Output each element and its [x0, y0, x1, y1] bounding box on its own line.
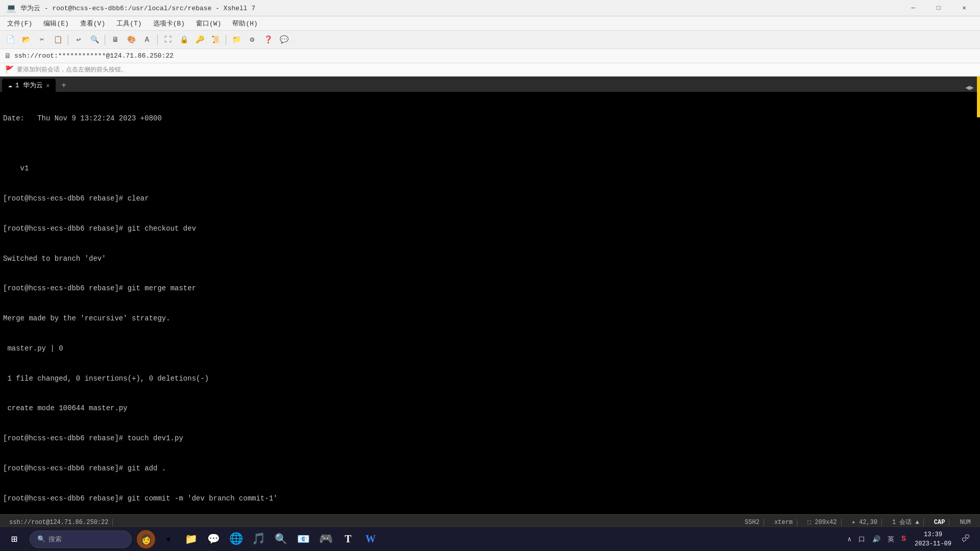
tray-volume[interactable]: 🔊: [870, 534, 883, 544]
tab-huawei[interactable]: ☁ 1 华为云 ✕: [2, 79, 56, 92]
color-button[interactable]: 🎨: [124, 33, 138, 46]
connect-button[interactable]: 🖥: [108, 33, 122, 46]
term-line-8: Merge made by the 'recursive' strategy.: [3, 314, 977, 324]
taskbar-wechat[interactable]: 💬: [202, 528, 225, 550]
search-button[interactable]: 🔍: [87, 33, 102, 46]
title-bar: 💻 华为云 - root@hcss-ecs-dbb6:/usr/local/sr…: [0, 0, 980, 16]
status-session: ssh://root@124.71.86.250:22: [5, 519, 113, 526]
menu-tools[interactable]: 工具(T): [111, 18, 146, 29]
status-cap: CAP: [930, 519, 950, 526]
system-clock[interactable]: 13:39 2023-11-09: [911, 530, 955, 548]
tab-bar: ☁ 1 华为云 ✕ + ◀ ▶: [0, 77, 980, 92]
terminal-output[interactable]: Date: Thu Nov 9 13:22:24 2023 +0800 v1 […: [0, 92, 980, 514]
taskbar-mail[interactable]: 📧: [292, 528, 314, 550]
menu-edit[interactable]: 编辑(E): [38, 18, 74, 29]
term-line-5: [root@hcss-ecs-dbb6 rebase]# git checkou…: [3, 224, 977, 234]
tray-desktop[interactable]: 口: [856, 534, 868, 545]
toolbar-btn3[interactable]: ✂: [35, 33, 49, 46]
search-label: 搜索: [48, 535, 62, 544]
taskbar-terminal[interactable]: T: [337, 528, 359, 550]
notification-button[interactable]: 🗪: [958, 528, 974, 550]
yellow-accent-strip: [977, 77, 980, 117]
tab-icon: ☁: [8, 81, 12, 89]
clock-date: 2023-11-09: [915, 539, 951, 548]
term-line-6: Switched to branch 'dev': [3, 254, 977, 264]
status-ssh: SSH2: [741, 519, 764, 526]
sep2: [105, 35, 105, 45]
taskbar-search-app[interactable]: 🔍: [270, 528, 292, 550]
term-line-12: [root@hcss-ecs-dbb6 rebase]# touch dev1.…: [3, 434, 977, 444]
minimize-button[interactable]: ─: [901, 0, 925, 16]
window-controls: ─ □ ✕: [901, 0, 976, 16]
status-pos: ✦ 42,30: [848, 518, 882, 526]
tab-nav-right-icon[interactable]: ▶: [970, 83, 974, 92]
taskbar-file-explorer[interactable]: 📁: [180, 528, 202, 550]
font-button[interactable]: A: [140, 33, 154, 46]
info-bar: 🚩 要添加到前会话，点击左侧的箭头按钮。: [0, 63, 980, 77]
address-text[interactable]: ssh://root:************@124.71.86.250:22: [14, 52, 976, 60]
taskbar-app8[interactable]: 🎮: [314, 528, 337, 550]
info-text: 要添加到前会话，点击左侧的箭头按钮。: [17, 65, 127, 74]
search-icon: 🔍: [37, 535, 45, 543]
tab-nav-arrows: ◀ ▶: [961, 83, 978, 92]
taskbar-right: ∧ 口 🔊 英 S 13:39 2023-11-09 🗪: [845, 528, 978, 550]
taskbar: ⊞ 🔍 搜索 👩 ✦ 📁 💬 🌐 🎵 🔍 📧 🎮 T W ∧ 口 🔊 英 S 1…: [0, 527, 980, 551]
settings-button[interactable]: ⚙: [245, 33, 259, 46]
taskbar-icon-logo[interactable]: ✦: [157, 528, 180, 550]
taskbar-app5[interactable]: 🎵: [247, 528, 270, 550]
taskbar-avatar[interactable]: 👩: [135, 528, 157, 550]
taskbar-chrome[interactable]: 🌐: [225, 528, 247, 550]
taskbar-search[interactable]: 🔍 搜索: [30, 531, 132, 548]
toolbar: 📄 📂 ✂ 📋 ↩ 🔍 🖥 🎨 A ⛶ 🔒 🔑 📜 📁 ⚙ ❓ 💬: [0, 31, 980, 49]
term-line-10: 1 file changed, 0 insertions(+), 0 delet…: [3, 374, 977, 384]
menu-help[interactable]: 帮助(H): [227, 18, 262, 29]
term-line-14: [root@hcss-ecs-dbb6 rebase]# git commit …: [3, 494, 977, 504]
term-line-13: [root@hcss-ecs-dbb6 rebase]# git add .: [3, 464, 977, 474]
status-cols: ⬚ 209x42: [803, 518, 842, 526]
script-button[interactable]: 📜: [208, 33, 223, 46]
sep1: [68, 35, 68, 45]
term-line-11: create mode 100644 master.py: [3, 404, 977, 414]
address-icon: 🖥: [4, 52, 11, 60]
term-line-7: [root@hcss-ecs-dbb6 rebase]# git merge m…: [3, 284, 977, 294]
tab-label: 1 华为云: [15, 81, 43, 90]
fullscreen-button[interactable]: ⛶: [161, 33, 175, 46]
tab-close-button[interactable]: ✕: [46, 82, 50, 89]
sep4: [226, 35, 226, 45]
tray-expand[interactable]: ∧: [845, 534, 854, 544]
address-bar: 🖥 ssh://root:************@124.71.86.250:…: [0, 49, 980, 63]
clock-time: 13:39: [924, 530, 942, 539]
tab-nav-left-icon[interactable]: ◀: [965, 83, 969, 92]
term-line-1: Date: Thu Nov 9 13:22:24 2023 +0800: [3, 114, 977, 124]
status-num: NUM: [955, 519, 975, 526]
open-button[interactable]: 📂: [19, 33, 33, 46]
close-button[interactable]: ✕: [952, 0, 976, 16]
term-line-3: v1: [3, 164, 977, 174]
new-session-button[interactable]: 📄: [3, 33, 17, 46]
key-button[interactable]: 🔑: [192, 33, 207, 46]
term-line-9: master.py | 0: [3, 344, 977, 354]
taskbar-app10[interactable]: W: [359, 528, 382, 550]
tray-lang[interactable]: 英: [885, 534, 897, 545]
info-icon: 🚩: [5, 65, 14, 74]
toolbar-btn4[interactable]: 📋: [51, 33, 65, 46]
folder-btn[interactable]: 📁: [229, 33, 243, 46]
app-icon: 💻: [6, 3, 16, 13]
status-term: xterm: [770, 519, 797, 526]
menu-bar: 文件(F) 编辑(E) 查看(V) 工具(T) 选项卡(B) 窗口(W) 帮助(…: [0, 16, 980, 31]
refresh-button[interactable]: ↩: [71, 33, 86, 46]
tray-security[interactable]: S: [899, 534, 909, 544]
chat-button[interactable]: 💬: [277, 33, 291, 46]
add-tab-button[interactable]: +: [58, 80, 70, 92]
menu-tabs[interactable]: 选项卡(B): [148, 18, 190, 29]
menu-file[interactable]: 文件(F): [2, 18, 37, 29]
status-sessions: 1 会话 ▲: [888, 518, 924, 527]
term-line-4: [root@hcss-ecs-dbb6 rebase]# clear: [3, 194, 977, 204]
sep3: [157, 35, 158, 45]
help-button[interactable]: ❓: [261, 33, 275, 46]
maximize-button[interactable]: □: [927, 0, 950, 16]
start-button[interactable]: ⊞: [2, 527, 27, 552]
lock-button[interactable]: 🔒: [177, 33, 191, 46]
menu-view[interactable]: 查看(V): [75, 18, 110, 29]
menu-window[interactable]: 窗口(W): [191, 18, 226, 29]
